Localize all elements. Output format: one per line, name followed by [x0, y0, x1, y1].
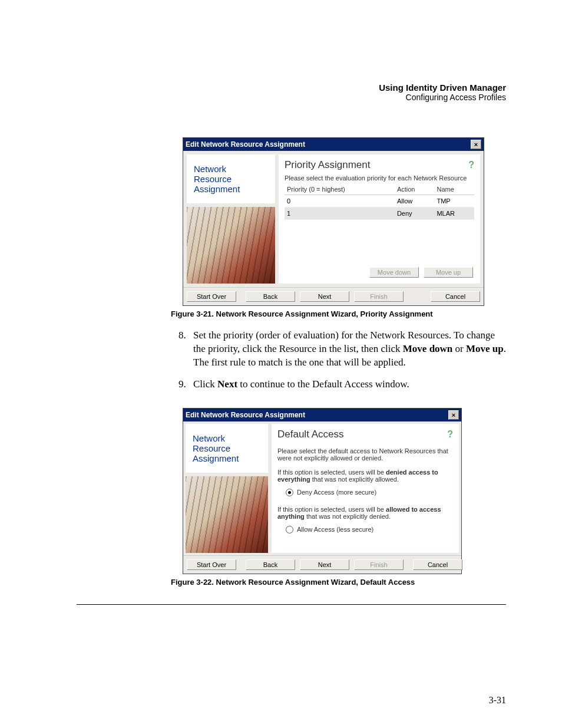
col-name: Name [434, 184, 474, 195]
start-over-button[interactable]: Start Over [187, 559, 236, 570]
dialog-title: Edit Network Resource Assignment [186, 140, 305, 149]
deny-access-radio[interactable]: Deny Access (more secure) [286, 489, 453, 496]
move-down-button[interactable]: Move down [369, 267, 419, 278]
panel-instruction: Please select the default access to Netw… [277, 447, 453, 462]
wizard-step-label: Network Resource Assignment [187, 154, 275, 203]
step-9: Click Next to continue to the Default Ac… [189, 378, 506, 391]
panel-instruction: Please select the evaluation priority fo… [285, 174, 474, 182]
running-head-title: Using Identity Driven Manager [77, 83, 506, 93]
table-row[interactable]: 0 Allow TMP [285, 195, 474, 207]
wizard-banner-image [187, 207, 275, 284]
footer-rule [77, 604, 506, 605]
cancel-button[interactable]: Cancel [413, 559, 462, 570]
help-icon[interactable]: ? [468, 160, 474, 170]
next-button[interactable]: Next [300, 559, 349, 570]
help-icon[interactable]: ? [447, 429, 453, 440]
wizard-priority-assignment: Edit Network Resource Assignment × Netwo… [183, 137, 484, 306]
radio-on-icon [286, 489, 293, 496]
figure-caption: Figure 3-22. Network Resource Assignment… [171, 578, 506, 587]
radio-off-icon [286, 526, 293, 533]
next-button[interactable]: Next [300, 291, 349, 302]
start-over-button[interactable]: Start Over [187, 291, 236, 302]
deny-description: If this option is selected, users will b… [277, 469, 453, 483]
finish-button[interactable]: Finish [354, 291, 404, 302]
col-action: Action [395, 184, 435, 195]
back-button[interactable]: Back [246, 291, 295, 302]
priority-table[interactable]: Priority (0 = highest) Action Name 0 All… [285, 184, 474, 220]
dialog-title: Edit Network Resource Assignment [186, 411, 305, 419]
cancel-button[interactable]: Cancel [431, 291, 480, 302]
finish-button[interactable]: Finish [354, 559, 404, 570]
allow-description: If this option is selected, users will b… [277, 506, 453, 520]
table-row[interactable]: 1 Deny MLAR [285, 207, 474, 220]
move-up-button[interactable]: Move up [424, 267, 473, 278]
wizard-step-label: Network Resource Assignment [186, 424, 268, 473]
close-icon[interactable]: × [448, 410, 459, 420]
col-priority: Priority (0 = highest) [285, 184, 395, 195]
back-button[interactable]: Back [246, 559, 295, 570]
step-8: Set the priority (order of evaluation) f… [189, 329, 506, 370]
close-icon[interactable]: × [471, 140, 481, 149]
panel-heading: Default Access [277, 429, 343, 440]
wizard-default-access: Edit Network Resource Assignment × Netwo… [183, 408, 462, 574]
allow-access-radio[interactable]: Allow Access (less secure) [286, 526, 453, 533]
figure-caption: Figure 3-21. Network Resource Assignment… [171, 309, 506, 318]
wizard-banner-image [186, 476, 268, 553]
page-number: 3-31 [489, 695, 506, 706]
running-head-subtitle: Configuring Access Profiles [77, 93, 506, 102]
panel-heading: Priority Assignment [285, 159, 371, 171]
